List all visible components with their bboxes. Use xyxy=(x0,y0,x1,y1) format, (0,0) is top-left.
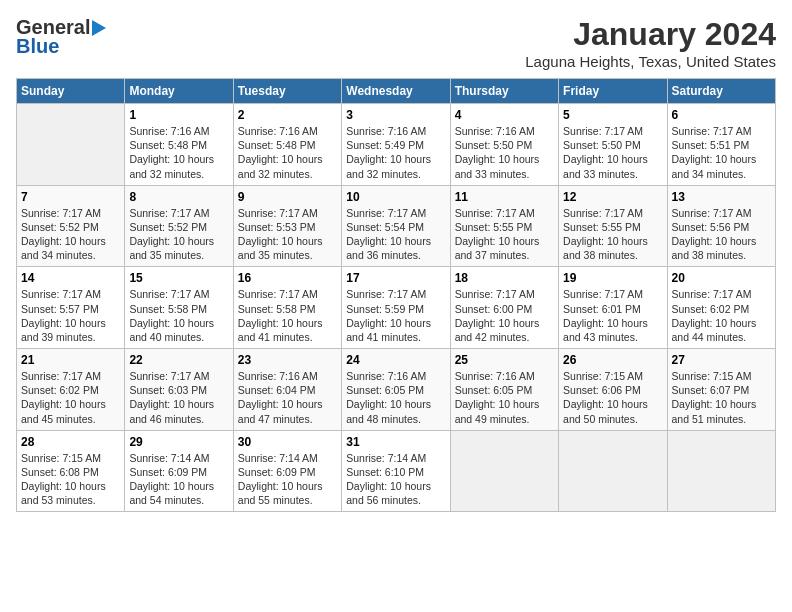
day-info: Sunrise: 7:17 AM Sunset: 5:58 PM Dayligh… xyxy=(238,287,337,344)
day-info: Sunrise: 7:16 AM Sunset: 5:49 PM Dayligh… xyxy=(346,124,445,181)
calendar-cell: 16Sunrise: 7:17 AM Sunset: 5:58 PM Dayli… xyxy=(233,267,341,349)
calendar-cell: 23Sunrise: 7:16 AM Sunset: 6:04 PM Dayli… xyxy=(233,349,341,431)
day-info: Sunrise: 7:15 AM Sunset: 6:06 PM Dayligh… xyxy=(563,369,662,426)
day-info: Sunrise: 7:16 AM Sunset: 5:50 PM Dayligh… xyxy=(455,124,554,181)
calendar-cell: 4Sunrise: 7:16 AM Sunset: 5:50 PM Daylig… xyxy=(450,104,558,186)
day-info: Sunrise: 7:16 AM Sunset: 6:04 PM Dayligh… xyxy=(238,369,337,426)
calendar-week-row: 28Sunrise: 7:15 AM Sunset: 6:08 PM Dayli… xyxy=(17,430,776,512)
calendar-cell: 28Sunrise: 7:15 AM Sunset: 6:08 PM Dayli… xyxy=(17,430,125,512)
day-number: 19 xyxy=(563,271,662,285)
calendar-cell: 3Sunrise: 7:16 AM Sunset: 5:49 PM Daylig… xyxy=(342,104,450,186)
day-info: Sunrise: 7:16 AM Sunset: 5:48 PM Dayligh… xyxy=(129,124,228,181)
day-info: Sunrise: 7:17 AM Sunset: 5:57 PM Dayligh… xyxy=(21,287,120,344)
logo-blue: Blue xyxy=(16,35,59,58)
calendar-cell: 29Sunrise: 7:14 AM Sunset: 6:09 PM Dayli… xyxy=(125,430,233,512)
calendar-cell: 14Sunrise: 7:17 AM Sunset: 5:57 PM Dayli… xyxy=(17,267,125,349)
day-number: 12 xyxy=(563,190,662,204)
calendar-cell xyxy=(450,430,558,512)
weekday-header-monday: Monday xyxy=(125,79,233,104)
day-number: 22 xyxy=(129,353,228,367)
day-info: Sunrise: 7:17 AM Sunset: 5:56 PM Dayligh… xyxy=(672,206,771,263)
day-number: 23 xyxy=(238,353,337,367)
calendar-cell: 25Sunrise: 7:16 AM Sunset: 6:05 PM Dayli… xyxy=(450,349,558,431)
day-info: Sunrise: 7:17 AM Sunset: 6:02 PM Dayligh… xyxy=(672,287,771,344)
day-info: Sunrise: 7:17 AM Sunset: 6:02 PM Dayligh… xyxy=(21,369,120,426)
calendar-cell: 6Sunrise: 7:17 AM Sunset: 5:51 PM Daylig… xyxy=(667,104,775,186)
calendar-cell: 9Sunrise: 7:17 AM Sunset: 5:53 PM Daylig… xyxy=(233,185,341,267)
day-info: Sunrise: 7:15 AM Sunset: 6:08 PM Dayligh… xyxy=(21,451,120,508)
calendar-cell: 13Sunrise: 7:17 AM Sunset: 5:56 PM Dayli… xyxy=(667,185,775,267)
calendar-cell xyxy=(559,430,667,512)
page-header: General Blue January 2024 Laguna Heights… xyxy=(16,16,776,70)
day-info: Sunrise: 7:15 AM Sunset: 6:07 PM Dayligh… xyxy=(672,369,771,426)
day-info: Sunrise: 7:14 AM Sunset: 6:09 PM Dayligh… xyxy=(238,451,337,508)
calendar-cell: 31Sunrise: 7:14 AM Sunset: 6:10 PM Dayli… xyxy=(342,430,450,512)
day-info: Sunrise: 7:17 AM Sunset: 5:58 PM Dayligh… xyxy=(129,287,228,344)
calendar-cell: 27Sunrise: 7:15 AM Sunset: 6:07 PM Dayli… xyxy=(667,349,775,431)
weekday-header-wednesday: Wednesday xyxy=(342,79,450,104)
weekday-header-friday: Friday xyxy=(559,79,667,104)
calendar-cell: 10Sunrise: 7:17 AM Sunset: 5:54 PM Dayli… xyxy=(342,185,450,267)
day-number: 29 xyxy=(129,435,228,449)
day-info: Sunrise: 7:16 AM Sunset: 6:05 PM Dayligh… xyxy=(346,369,445,426)
weekday-header-thursday: Thursday xyxy=(450,79,558,104)
day-number: 8 xyxy=(129,190,228,204)
weekday-header-tuesday: Tuesday xyxy=(233,79,341,104)
day-info: Sunrise: 7:17 AM Sunset: 5:50 PM Dayligh… xyxy=(563,124,662,181)
day-number: 7 xyxy=(21,190,120,204)
day-number: 3 xyxy=(346,108,445,122)
day-number: 6 xyxy=(672,108,771,122)
day-number: 24 xyxy=(346,353,445,367)
calendar-cell: 11Sunrise: 7:17 AM Sunset: 5:55 PM Dayli… xyxy=(450,185,558,267)
calendar-cell: 17Sunrise: 7:17 AM Sunset: 5:59 PM Dayli… xyxy=(342,267,450,349)
location-title: Laguna Heights, Texas, United States xyxy=(525,53,776,70)
calendar-cell: 24Sunrise: 7:16 AM Sunset: 6:05 PM Dayli… xyxy=(342,349,450,431)
day-info: Sunrise: 7:17 AM Sunset: 6:03 PM Dayligh… xyxy=(129,369,228,426)
day-number: 27 xyxy=(672,353,771,367)
day-info: Sunrise: 7:14 AM Sunset: 6:09 PM Dayligh… xyxy=(129,451,228,508)
day-info: Sunrise: 7:17 AM Sunset: 5:51 PM Dayligh… xyxy=(672,124,771,181)
day-number: 18 xyxy=(455,271,554,285)
day-info: Sunrise: 7:16 AM Sunset: 6:05 PM Dayligh… xyxy=(455,369,554,426)
calendar-cell: 1Sunrise: 7:16 AM Sunset: 5:48 PM Daylig… xyxy=(125,104,233,186)
calendar-cell: 20Sunrise: 7:17 AM Sunset: 6:02 PM Dayli… xyxy=(667,267,775,349)
weekday-header-row: SundayMondayTuesdayWednesdayThursdayFrid… xyxy=(17,79,776,104)
calendar-cell xyxy=(667,430,775,512)
day-info: Sunrise: 7:14 AM Sunset: 6:10 PM Dayligh… xyxy=(346,451,445,508)
calendar-cell: 18Sunrise: 7:17 AM Sunset: 6:00 PM Dayli… xyxy=(450,267,558,349)
weekday-header-saturday: Saturday xyxy=(667,79,775,104)
calendar-cell: 21Sunrise: 7:17 AM Sunset: 6:02 PM Dayli… xyxy=(17,349,125,431)
day-number: 30 xyxy=(238,435,337,449)
day-number: 9 xyxy=(238,190,337,204)
day-number: 11 xyxy=(455,190,554,204)
day-number: 13 xyxy=(672,190,771,204)
day-number: 14 xyxy=(21,271,120,285)
day-number: 31 xyxy=(346,435,445,449)
day-info: Sunrise: 7:16 AM Sunset: 5:48 PM Dayligh… xyxy=(238,124,337,181)
logo: General Blue xyxy=(16,16,106,58)
day-number: 2 xyxy=(238,108,337,122)
calendar-cell: 12Sunrise: 7:17 AM Sunset: 5:55 PM Dayli… xyxy=(559,185,667,267)
day-number: 25 xyxy=(455,353,554,367)
day-number: 17 xyxy=(346,271,445,285)
calendar-cell: 30Sunrise: 7:14 AM Sunset: 6:09 PM Dayli… xyxy=(233,430,341,512)
day-number: 5 xyxy=(563,108,662,122)
day-number: 21 xyxy=(21,353,120,367)
day-info: Sunrise: 7:17 AM Sunset: 5:52 PM Dayligh… xyxy=(21,206,120,263)
day-info: Sunrise: 7:17 AM Sunset: 5:55 PM Dayligh… xyxy=(455,206,554,263)
calendar-week-row: 21Sunrise: 7:17 AM Sunset: 6:02 PM Dayli… xyxy=(17,349,776,431)
logo-arrow-icon xyxy=(92,20,106,36)
day-info: Sunrise: 7:17 AM Sunset: 5:59 PM Dayligh… xyxy=(346,287,445,344)
calendar-cell: 15Sunrise: 7:17 AM Sunset: 5:58 PM Dayli… xyxy=(125,267,233,349)
calendar-week-row: 14Sunrise: 7:17 AM Sunset: 5:57 PM Dayli… xyxy=(17,267,776,349)
day-number: 10 xyxy=(346,190,445,204)
day-number: 16 xyxy=(238,271,337,285)
day-number: 28 xyxy=(21,435,120,449)
day-info: Sunrise: 7:17 AM Sunset: 5:54 PM Dayligh… xyxy=(346,206,445,263)
month-title: January 2024 xyxy=(525,16,776,53)
day-number: 4 xyxy=(455,108,554,122)
title-area: January 2024 Laguna Heights, Texas, Unit… xyxy=(525,16,776,70)
calendar-week-row: 7Sunrise: 7:17 AM Sunset: 5:52 PM Daylig… xyxy=(17,185,776,267)
calendar-table: SundayMondayTuesdayWednesdayThursdayFrid… xyxy=(16,78,776,512)
day-number: 15 xyxy=(129,271,228,285)
